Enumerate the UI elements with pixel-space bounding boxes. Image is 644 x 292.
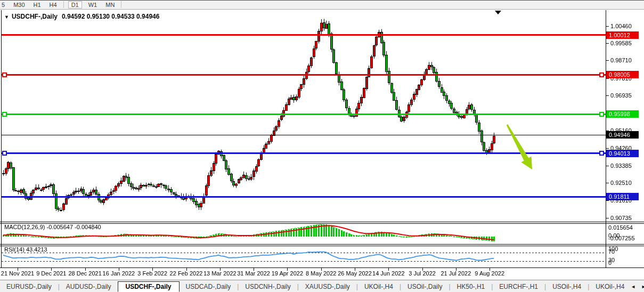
- price-axis-label: 0.98710: [610, 57, 632, 64]
- mt4-terminal: 5M30H1H4D1W1MN ▼USDCHF-,Daily0.94592 0.9…: [0, 0, 644, 292]
- timeframe-toolbar: 5M30H1H4D1W1MN: [0, 0, 644, 10]
- price-axis-tick: [606, 183, 609, 183]
- date-label: 26 May 2022: [338, 270, 372, 277]
- chart-bottom-border: [0, 267, 644, 268]
- line-handle-left[interactable]: [2, 112, 7, 117]
- chart-title: ▼USDCHF-,Daily0.94592 0.95130 0.94533 0.…: [4, 13, 159, 20]
- timeframe-button-h4[interactable]: H4: [50, 2, 57, 8]
- price-axis-tick: [606, 43, 609, 44]
- price-axis-tick: [606, 95, 609, 96]
- line-handle-left[interactable]: [2, 151, 7, 156]
- line-handle-left[interactable]: [2, 72, 7, 77]
- chart-symbol-label: USDCHF-,Daily: [12, 13, 58, 20]
- tab-hk50-h1[interactable]: HK50-,H1: [451, 281, 492, 292]
- tab-eurchf-h1[interactable]: EURCHF-,H1: [493, 281, 544, 292]
- macd-label: MACD(12,26,9) -0.005647 -0.004840: [4, 224, 101, 230]
- timeframe-button-d1[interactable]: D1: [68, 1, 82, 9]
- line-handle-right[interactable]: [599, 151, 604, 156]
- price-badge: 0.95998: [606, 110, 639, 118]
- hline-1.00012[interactable]: [2, 34, 606, 36]
- date-label: 31 Mar 2022: [237, 270, 270, 277]
- price-badge: 0.94946: [606, 131, 639, 139]
- symbol-dropdown-icon[interactable]: ▼: [4, 14, 9, 20]
- line-handle-right[interactable]: [599, 112, 604, 117]
- macd-axis-label: -0.007255: [608, 235, 635, 241]
- date-label: 22 Feb 2022: [170, 270, 203, 277]
- price-axis-label: 0.92510: [610, 180, 632, 186]
- tab-usoil-daily[interactable]: USOil-,Daily: [401, 281, 449, 292]
- tab-usoil-h4[interactable]: USOil-,H4: [546, 281, 588, 292]
- timeframe-button-mn[interactable]: MN: [105, 2, 115, 8]
- rsi-axis-label: 0: [608, 259, 612, 266]
- panel-separator[interactable]: [0, 222, 644, 222]
- price-badge: 0.91811: [606, 193, 639, 200]
- hline-0.91811[interactable]: [2, 196, 606, 198]
- tab-scroll-arrows[interactable]: ◄ ►: [631, 284, 644, 289]
- rsi-axis-label: 70: [608, 248, 615, 255]
- date-label: 19 Apr 2022: [272, 270, 303, 277]
- tab-ukoil-h4[interactable]: UKOil-,H4: [358, 281, 400, 292]
- tab-audusd-daily[interactable]: AUDUSD-,Daily: [60, 281, 118, 292]
- chart-shift-marker[interactable]: [495, 11, 501, 14]
- timeframe-button-5[interactable]: 5: [2, 2, 5, 8]
- price-axis-tick: [606, 26, 609, 27]
- panel-separator[interactable]: [0, 244, 644, 245]
- price-axis-tick: [606, 60, 609, 61]
- date-label: 3 Feb 2022: [137, 270, 167, 277]
- macd-axis-label: 0.015654: [608, 224, 633, 231]
- price-axis-tick: [606, 200, 609, 201]
- tab-eurusd-daily[interactable]: EURUSD-,Daily: [0, 281, 58, 292]
- date-label: 13 Mar 2022: [203, 270, 237, 277]
- date-label: 8 May 2022: [306, 270, 336, 277]
- price-axis-tick: [606, 218, 609, 218]
- trend-arrow-annotation[interactable]: [501, 120, 538, 173]
- date-label: 21 Nov 2021: [1, 270, 34, 277]
- date-label: 9 Dec 2021: [36, 270, 66, 277]
- symbol-tab-bar: EURUSD-,Daily|AUDUSD-,DailyUSDCHF-,Daily…: [0, 280, 644, 292]
- price-axis-tick: [606, 166, 609, 166]
- price-badge: 0.98005: [606, 71, 639, 78]
- tab-usdcnh-daily[interactable]: USDCNH-,Daily: [239, 281, 297, 292]
- timeframe-button-w1[interactable]: W1: [88, 2, 97, 8]
- toolbar-separator: [121, 1, 121, 8]
- price-axis-label: 0.99585: [610, 40, 632, 47]
- line-handle-right[interactable]: [599, 72, 604, 77]
- timeframe-button-m30[interactable]: M30: [13, 2, 25, 8]
- price-axis-line: [606, 10, 606, 267]
- price-axis-label: 0.90735: [610, 215, 632, 222]
- tab-xauusd-daily[interactable]: XAUUSD-,Daily: [299, 281, 356, 292]
- price-badge: 0.94013: [606, 150, 639, 157]
- price-chart[interactable]: [2, 10, 606, 222]
- date-label: 9 Aug 2022: [475, 270, 504, 277]
- chart-window-top-border: [0, 0, 644, 1]
- timeframe-button-h1[interactable]: H1: [34, 2, 41, 8]
- rsi-label: RSI(14) 43.4213: [4, 246, 47, 253]
- price-axis-label: 1.00460: [610, 23, 632, 30]
- price-axis-tick: [606, 148, 609, 149]
- hline-0.98005[interactable]: [2, 74, 606, 76]
- date-label: 21 Jul 2022: [441, 270, 471, 277]
- tab-usdchf-daily[interactable]: USDCHF-,Daily: [118, 281, 180, 292]
- date-label: 16 Jan 2022: [103, 270, 135, 277]
- rsi-indicator[interactable]: [2, 246, 606, 267]
- date-label: 14 Jun 2022: [372, 270, 405, 277]
- price-badge: 1.00012: [606, 31, 639, 39]
- price-axis-label: 0.93385: [610, 163, 632, 169]
- chart-ohlc-values: 0.94592 0.95130 0.94533 0.94946: [62, 13, 160, 20]
- toolbar-separator: [63, 1, 64, 8]
- date-label: 28 Dec 2021: [68, 270, 101, 277]
- hline-0.95998[interactable]: [2, 113, 606, 115]
- tab-usdcad-daily[interactable]: USDCAD-,Daily: [180, 281, 238, 292]
- tab-ukoil-h4[interactable]: UKOil-,H4: [589, 281, 631, 292]
- price-axis-label: 0.96935: [610, 92, 632, 99]
- date-label: 3 Jul 2022: [409, 270, 436, 277]
